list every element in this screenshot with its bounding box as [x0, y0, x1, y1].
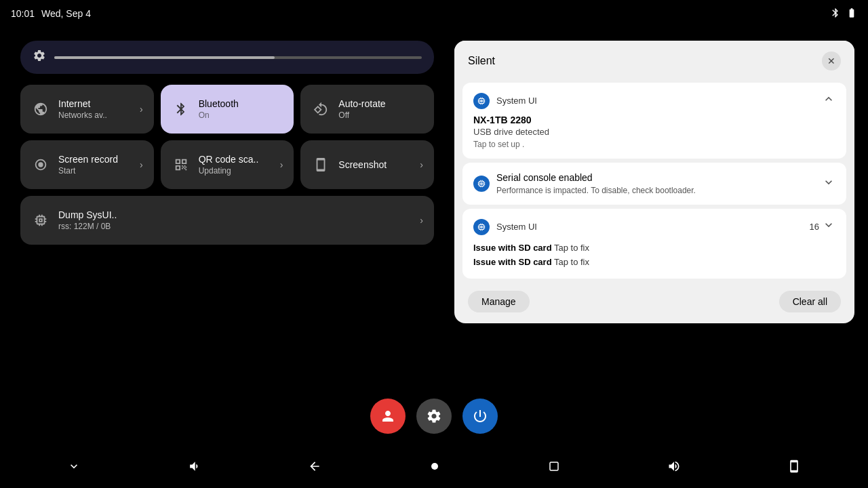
home-button[interactable]	[422, 454, 447, 482]
systemui-app-icon	[473, 93, 490, 109]
recents-button[interactable]	[542, 455, 566, 481]
tile-qrcode-arrow: ›	[280, 159, 283, 170]
serial-title: Serial console enabled	[496, 172, 696, 183]
tile-screenrecord-subtitle: Start	[58, 166, 132, 176]
usb-content-subtitle: USB drive detected	[473, 127, 835, 137]
tile-autorotate-title: Auto-rotate	[338, 98, 423, 110]
serial-expand-button[interactable]	[822, 176, 835, 192]
usb-content-title: NX-1TB 2280	[473, 115, 835, 125]
internet-icon	[31, 100, 50, 119]
dumpsysui-icon	[31, 211, 50, 230]
brightness-fill	[54, 56, 275, 59]
tile-bluetooth[interactable]: Bluetooth On	[161, 85, 294, 134]
sd-app-icon	[473, 219, 490, 235]
tile-internet[interactable]: Internet Networks av.. ›	[20, 85, 154, 134]
tile-dumpsysui-subtitle: rss: 122M / 0B	[58, 222, 412, 231]
qrcode-icon	[172, 155, 191, 174]
status-bar: 10:01 Wed, Sep 4	[0, 0, 868, 27]
tile-dumpsysui-title: Dump SysUI..	[58, 209, 412, 221]
notification-header: Silent ✕	[454, 41, 854, 79]
nav-bar	[0, 447, 868, 488]
battery-status-icon	[846, 7, 857, 20]
usb-app-name: System UI	[496, 96, 537, 106]
power-button[interactable]	[462, 399, 498, 434]
tile-dumpsysui[interactable]: Dump SysUI.. rss: 122M / 0B ›	[20, 196, 434, 245]
tile-bluetooth-title: Bluetooth	[199, 98, 283, 110]
settings-button[interactable]	[416, 399, 452, 434]
sd-app-name: System UI	[496, 222, 537, 232]
manage-button[interactable]: Manage	[468, 291, 530, 312]
tile-screenshot[interactable]: Screenshot ›	[300, 140, 434, 189]
status-icons	[830, 7, 857, 20]
tile-screenrecord[interactable]: Screen record Start ›	[20, 140, 154, 189]
usb-notification-card[interactable]: System UI NX-1TB 2280 USB drive detected…	[462, 83, 846, 159]
volume-up-button[interactable]	[662, 454, 686, 482]
brightness-slider[interactable]	[54, 56, 422, 59]
tile-internet-arrow: ›	[140, 104, 143, 115]
bottom-actions	[370, 399, 498, 434]
usb-tap-text: Tap to set up .	[473, 140, 835, 149]
screenshot-icon	[311, 155, 330, 174]
bluetooth-status-icon	[830, 7, 841, 20]
svg-point-2	[431, 463, 438, 470]
tiles-grid: Internet Networks av.. › Bluetooth On	[20, 85, 434, 189]
status-time: 10:01	[11, 8, 35, 19]
serial-app-icon	[473, 176, 490, 192]
screenrecord-icon	[31, 155, 50, 174]
chevron-down-button[interactable]	[62, 454, 86, 482]
sd-item-1: Issue with SD card Tap to fix	[473, 241, 835, 255]
notification-panel: Silent ✕ System UI NX-1TB 2280 USB drive…	[454, 41, 854, 323]
tile-internet-title: Internet	[58, 98, 132, 110]
tile-qrcode[interactable]: QR code sca.. Updating ›	[161, 140, 294, 189]
status-date: Wed, Sep 4	[41, 8, 91, 19]
notification-title: Silent	[468, 55, 495, 67]
tile-screenrecord-title: Screen record	[58, 154, 132, 165]
back-button[interactable]	[302, 454, 327, 482]
quick-settings-panel: Internet Networks av.. › Bluetooth On	[20, 41, 434, 245]
sd-expand-button[interactable]	[822, 218, 835, 235]
tile-internet-subtitle: Networks av..	[58, 110, 132, 120]
autorotate-icon	[311, 100, 330, 119]
tile-dumpsysui-arrow: ›	[420, 215, 423, 226]
tile-screenshot-arrow: ›	[420, 159, 423, 170]
serial-notification-card[interactable]: Serial console enabled Performance is im…	[462, 163, 846, 205]
tile-autorotate[interactable]: Auto-rotate Off	[300, 85, 434, 134]
screenshot-nav-button[interactable]	[782, 454, 806, 482]
sd-item-2: Issue with SD card Tap to fix	[473, 255, 835, 269]
brightness-row[interactable]	[20, 41, 434, 74]
svg-point-1	[38, 162, 43, 167]
tile-bluetooth-subtitle: On	[199, 110, 283, 120]
notification-footer: Manage Clear all	[454, 283, 854, 323]
notification-close-button[interactable]: ✕	[822, 52, 841, 70]
sd-count-badge: 16	[810, 218, 835, 235]
tile-qrcode-subtitle: Updating	[199, 166, 272, 176]
settings-icon	[33, 49, 46, 66]
usb-expand-button[interactable]	[822, 92, 835, 109]
user-button[interactable]	[370, 399, 406, 434]
svg-rect-3	[550, 462, 558, 470]
clear-all-button[interactable]: Clear all	[779, 291, 841, 312]
tile-autorotate-subtitle: Off	[338, 110, 423, 120]
tile-qrcode-title: QR code sca..	[199, 154, 272, 165]
tile-screenrecord-arrow: ›	[140, 159, 143, 170]
volume-down-button[interactable]	[182, 454, 206, 482]
bluetooth-icon	[172, 100, 191, 119]
sdcard-notification-card[interactable]: System UI 16 Issue with SD card Tap to f…	[462, 209, 846, 279]
serial-subtitle: Performance is impacted. To disable, che…	[496, 186, 696, 195]
tile-screenshot-title: Screenshot	[338, 159, 412, 171]
